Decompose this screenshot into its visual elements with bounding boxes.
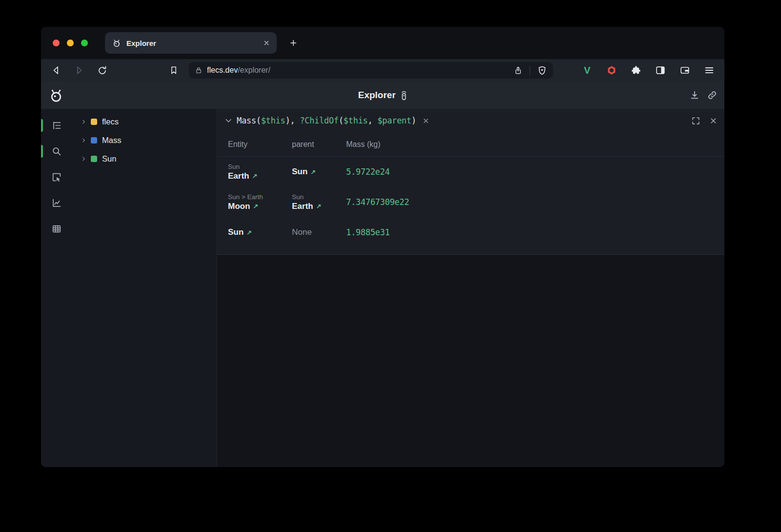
query-header-actions [691, 116, 718, 125]
query-expr-var: $this [344, 116, 368, 125]
tab-bar: Explorer [41, 27, 724, 59]
inspect-icon[interactable] [47, 167, 66, 187]
address-bar[interactable]: flecs.dev /explorer/ [189, 62, 553, 79]
parent-name: Sun [292, 167, 308, 177]
stats-chart-icon[interactable] [47, 193, 66, 213]
module-color-swatch [91, 119, 97, 125]
query-expr-var: $this [261, 116, 286, 125]
parent-path: Sun [292, 193, 346, 201]
menu-hamburger-icon[interactable] [703, 64, 716, 77]
query-expr-part: , [368, 116, 377, 125]
entity-cell: Sun Earth [217, 163, 292, 181]
close-window-button[interactable] [53, 40, 60, 46]
reload-button[interactable] [94, 62, 110, 79]
active-panel-indicator [41, 119, 43, 132]
query-expr-term: ?ChildOf [300, 116, 338, 125]
entity-path: Sun > Earth [228, 193, 292, 201]
app-body: flecs Mass Sun [41, 109, 724, 467]
header-actions [689, 90, 718, 101]
parent-cell: Sun [292, 167, 346, 177]
active-panel-indicator [41, 145, 43, 158]
tree-item-sun[interactable]: Sun [72, 149, 217, 168]
entity-name: Earth [228, 171, 249, 181]
chevron-down-icon[interactable] [224, 116, 233, 125]
mass-cell: 7.34767309e22 [346, 197, 724, 207]
query-search-icon[interactable] [47, 142, 66, 161]
share-icon[interactable] [514, 66, 523, 75]
goto-arrow-icon[interactable] [316, 203, 321, 210]
wallet-icon[interactable] [678, 64, 691, 77]
mass-value: 7.34767309e22 [346, 197, 409, 207]
minimize-window-button[interactable] [67, 40, 74, 46]
tab-close-icon[interactable] [263, 40, 270, 46]
browser-tab-explorer[interactable]: Explorer [105, 32, 277, 54]
parent-cell: Sun Earth [292, 193, 346, 211]
tree-panel-icon[interactable] [47, 116, 66, 135]
query-expr-var: $parent [377, 116, 411, 125]
table-row: Sun None 1.9885e31 [217, 217, 724, 247]
app-header: Explorer [41, 82, 724, 109]
goto-arrow-icon[interactable] [253, 203, 258, 210]
new-tab-button[interactable] [286, 36, 301, 50]
bookmark-icon[interactable] [165, 62, 182, 79]
red-hexagon-extension-icon[interactable] [605, 64, 618, 77]
zoom-window-button[interactable] [81, 40, 88, 46]
lock-icon [195, 66, 203, 74]
mass-cell: 1.9885e31 [346, 227, 724, 237]
clear-query-icon[interactable] [422, 117, 430, 124]
entity-link[interactable]: Moon [228, 202, 292, 211]
chevron-right-icon[interactable] [81, 156, 86, 162]
query-expr-part: ), [285, 116, 300, 125]
entity-color-swatch [91, 156, 97, 162]
close-panel-icon[interactable] [709, 117, 718, 125]
url-path: /explorer/ [238, 66, 270, 75]
back-button[interactable] [48, 62, 64, 79]
chevron-right-icon[interactable] [81, 119, 86, 124]
tree-item-flecs[interactable]: flecs [72, 112, 217, 131]
query-result-card: Mass($this), ?ChildOf($this, $parent) [217, 109, 724, 255]
flecs-favicon-icon [112, 38, 122, 48]
sidebar-toggle-icon[interactable] [654, 64, 667, 77]
url-domain: flecs.dev [207, 66, 238, 75]
goto-arrow-icon[interactable] [310, 168, 316, 176]
parent-link[interactable]: Earth [292, 202, 346, 211]
query-expr-part: ) [411, 116, 416, 125]
extensions-puzzle-icon[interactable] [630, 64, 642, 77]
brave-shields-icon[interactable] [537, 65, 547, 76]
browser-window: Explorer flecs.dev /explorer/ [41, 27, 724, 467]
url-separator [530, 65, 530, 75]
query-panel: Mass($this), ?ChildOf($this, $parent) [217, 109, 724, 467]
flecs-logo-icon [48, 87, 64, 103]
parent-cell: None [292, 227, 346, 237]
query-expression[interactable]: Mass($this), ?ChildOf($this, $parent) [237, 116, 416, 125]
link-icon[interactable] [707, 90, 718, 101]
chevron-right-icon[interactable] [81, 138, 86, 143]
mass-cell: 5.9722e24 [346, 167, 724, 177]
entity-path: Sun [228, 163, 292, 170]
component-color-swatch [91, 137, 97, 143]
entity-link[interactable]: Earth [228, 171, 292, 181]
tree-item-label: Sun [102, 154, 116, 164]
vue-devtools-icon[interactable]: V [581, 64, 594, 77]
forward-button[interactable] [71, 62, 87, 79]
parent-name: Earth [292, 202, 313, 211]
query-expr-part: Mass( [237, 116, 261, 125]
tree-item-label: Mass [102, 136, 121, 145]
tree-item-label: flecs [102, 117, 119, 126]
mass-value: 1.9885e31 [346, 227, 390, 237]
goto-arrow-icon[interactable] [252, 172, 257, 180]
entity-link[interactable]: Sun [228, 227, 292, 237]
entity-tree-panel: flecs Mass Sun [72, 109, 217, 467]
download-icon[interactable] [689, 90, 700, 101]
tab-title: Explorer [126, 39, 156, 47]
fullscreen-icon[interactable] [691, 116, 700, 125]
traffic-lights [53, 40, 88, 46]
goto-arrow-icon[interactable] [247, 229, 252, 236]
parent-link[interactable]: Sun [292, 167, 346, 177]
query-expr-part: ( [339, 116, 344, 125]
icon-rail [41, 109, 72, 467]
memory-grid-icon[interactable] [47, 219, 66, 239]
entity-name: Moon [228, 202, 250, 211]
tree-item-mass[interactable]: Mass [72, 131, 217, 149]
query-header: Mass($this), ?ChildOf($this, $parent) [217, 109, 724, 132]
